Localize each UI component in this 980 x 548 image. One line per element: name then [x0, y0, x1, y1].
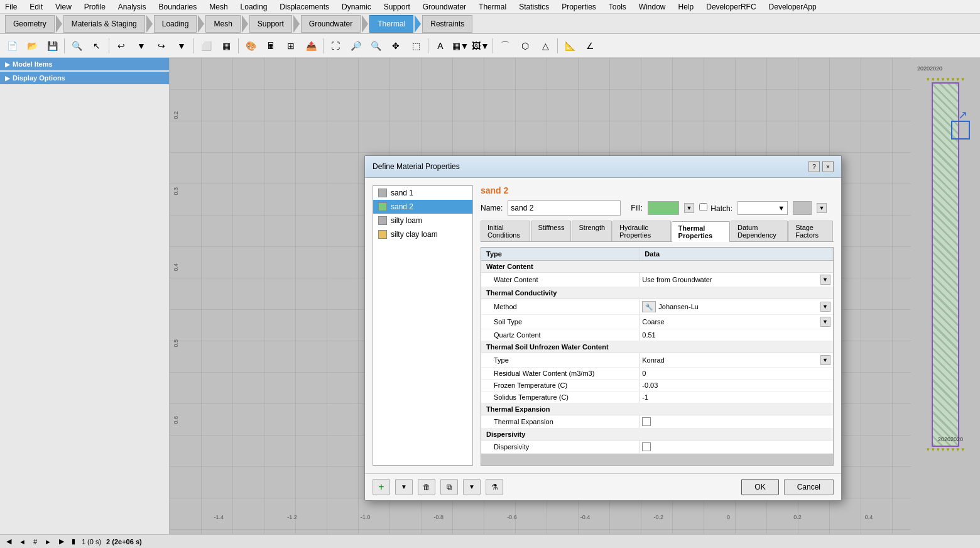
toolbar-redo[interactable]: ↪ [152, 37, 171, 55]
quartz-data[interactable]: 0.51 [640, 329, 833, 341]
menu-loading[interactable]: Loading [238, 1, 270, 13]
material-item-siltyloam[interactable]: silty loam [373, 214, 472, 227]
menu-view[interactable]: View [53, 1, 74, 13]
stage-prev-btn[interactable]: ◄ [18, 538, 27, 545]
stage-back-btn[interactable]: ◀ [5, 537, 13, 545]
unfrozen-type-dropdown[interactable]: Konrad ▼ [642, 355, 830, 365]
toolbar-zoom-in[interactable]: 🔎 [346, 37, 365, 55]
model-items-header[interactable]: ▶ Model Items [0, 58, 169, 70]
unfrozen-type-data[interactable]: Konrad ▼ [640, 353, 833, 368]
unfrozen-type-arrow[interactable]: ▼ [820, 355, 830, 365]
toolbar-save[interactable]: 💾 [43, 37, 62, 55]
breadcrumb-thermal[interactable]: Thermal [369, 15, 413, 33]
toolbar-text[interactable]: A [431, 37, 450, 55]
dialog-close-btn[interactable]: × [822, 161, 834, 172]
material-item-sand1[interactable]: sand 1 [373, 186, 472, 200]
tab-datum-dependency[interactable]: Datum Dependency [731, 221, 788, 241]
breadcrumb-groundwater[interactable]: Groundwater [301, 15, 361, 33]
dispersivity-data[interactable] [640, 441, 833, 454]
toolbar-color[interactable]: 🎨 [241, 37, 260, 55]
toolbar-new[interactable]: 📄 [3, 37, 21, 55]
stage-next-btn[interactable]: ► [43, 538, 53, 545]
soil-type-arrow[interactable]: ▼ [820, 317, 830, 327]
menu-statistics[interactable]: Statistics [516, 1, 552, 13]
tab-thermal-properties[interactable]: Thermal Properties [672, 221, 730, 242]
menu-mesh[interactable]: Mesh [207, 1, 230, 13]
toolbar-open[interactable]: 📂 [23, 37, 41, 55]
hatch-color-swatch[interactable] [793, 201, 812, 215]
toolbar-undo[interactable]: ↩ [112, 37, 131, 55]
menu-file[interactable]: File [3, 1, 19, 13]
breadcrumb-mesh[interactable]: Mesh [205, 15, 240, 33]
menu-thermal[interactable]: Thermal [476, 1, 509, 13]
material-item-siltyclayloam[interactable]: silty clay loam [373, 227, 472, 241]
fill-dropdown-arrow[interactable]: ▼ [684, 203, 694, 213]
toolbar-measure[interactable]: 📐 [560, 37, 579, 55]
cancel-button[interactable]: Cancel [784, 479, 834, 495]
toolbar-select[interactable]: ▦ [217, 37, 236, 55]
water-content-dropdown[interactable]: Use from Groundwater ▼ [642, 275, 830, 285]
tab-hydraulic-properties[interactable]: Hydraulic Properties [612, 221, 671, 241]
water-content-arrow[interactable]: ▼ [820, 275, 830, 285]
toolbar-image-drop[interactable]: 🖼▼ [471, 37, 490, 55]
toolbar-cursor[interactable]: ↖ [87, 37, 106, 55]
dispersivity-checkbox[interactable] [642, 442, 651, 451]
method-data[interactable]: 🔧 Johansen-Lu ▼ [640, 299, 833, 315]
toolbar-table[interactable]: ⊞ [281, 37, 300, 55]
menu-tools[interactable]: Tools [606, 1, 629, 13]
stage-num-btn[interactable]: # [32, 538, 38, 545]
hatch-dropdown[interactable]: ▼ [738, 201, 788, 215]
menu-groundwater[interactable]: Groundwater [420, 1, 469, 13]
toolbar-shapes2[interactable]: ⬡ [516, 37, 535, 55]
method-icon-btn[interactable]: 🔧 [642, 301, 656, 312]
stage-fwd-btn[interactable]: ▶ [58, 537, 65, 545]
menu-dynamic[interactable]: Dynamic [339, 1, 374, 13]
tab-stiffness[interactable]: Stiffness [531, 221, 571, 241]
toolbar-undo-drop[interactable]: ▼ [132, 37, 151, 55]
residual-water-data[interactable]: 0 [640, 368, 833, 380]
copy-dropdown-btn[interactable]: ▼ [463, 479, 481, 495]
name-input[interactable] [508, 200, 621, 216]
dialog-help-btn[interactable]: ? [808, 161, 820, 172]
copy-material-btn[interactable]: ⧉ [440, 479, 458, 495]
toolbar-fit[interactable]: ⛶ [326, 37, 345, 55]
breadcrumb-geometry[interactable]: Geometry [5, 15, 55, 33]
water-content-data[interactable]: Use from Groundwater ▼ [640, 273, 833, 287]
toolbar-zoom-out[interactable]: 🔍 [366, 37, 385, 55]
fill-color-btn[interactable] [648, 201, 679, 215]
filter-btn[interactable]: ⚗ [486, 479, 503, 495]
toolbar-pan[interactable]: ✥ [386, 37, 405, 55]
thermal-expansion-checkbox[interactable] [642, 417, 651, 426]
menu-support[interactable]: Support [381, 1, 413, 13]
menu-help[interactable]: Help [676, 1, 697, 13]
add-dropdown-btn[interactable]: ▼ [395, 479, 413, 495]
menu-developerrfc[interactable]: DeveloperRFC [704, 1, 758, 13]
frozen-temp-data[interactable]: -0.03 [640, 380, 833, 392]
hatch-color-arrow[interactable]: ▼ [817, 203, 827, 213]
toolbar-export[interactable]: 📤 [302, 37, 320, 55]
breadcrumb-restraints[interactable]: Restraints [422, 15, 472, 33]
menu-properties[interactable]: Properties [559, 1, 599, 13]
stage-end-btn[interactable]: ▮ [70, 537, 77, 545]
toolbar-redo-drop[interactable]: ▼ [172, 37, 191, 55]
breadcrumb-loading[interactable]: Loading [154, 15, 197, 33]
hatch-checkbox[interactable] [699, 203, 707, 211]
display-options-header[interactable]: ▶ Display Options [0, 72, 169, 84]
canvas-area[interactable]: 20202020 ▼▼▼▼▼▼▼▼ ▼▼▼▼▼▼▼▼ 20202020 ↗ De… [170, 58, 980, 534]
menu-window[interactable]: Window [636, 1, 668, 13]
method-dropdown[interactable]: 🔧 Johansen-Lu ▼ [642, 301, 830, 312]
add-material-btn[interactable]: + [373, 479, 390, 495]
toolbar-grid-drop[interactable]: ▦▼ [451, 37, 470, 55]
soil-type-data[interactable]: Coarse ▼ [640, 315, 833, 329]
delete-material-btn[interactable]: 🗑 [418, 479, 435, 495]
menu-analysis[interactable]: Analysis [116, 1, 149, 13]
toolbar-zoom-box[interactable]: ⬚ [406, 37, 425, 55]
menu-boundaries[interactable]: Boundaries [156, 1, 200, 13]
method-arrow[interactable]: ▼ [820, 302, 830, 312]
toolbar-calc[interactable]: 🖩 [261, 37, 280, 55]
toolbar-angle[interactable]: ∠ [580, 37, 599, 55]
menu-profile[interactable]: Profile [82, 1, 108, 13]
menu-displacements[interactable]: Displacements [277, 1, 332, 13]
toolbar-frame[interactable]: ⬜ [197, 37, 215, 55]
thermal-expansion-data[interactable] [640, 415, 833, 429]
